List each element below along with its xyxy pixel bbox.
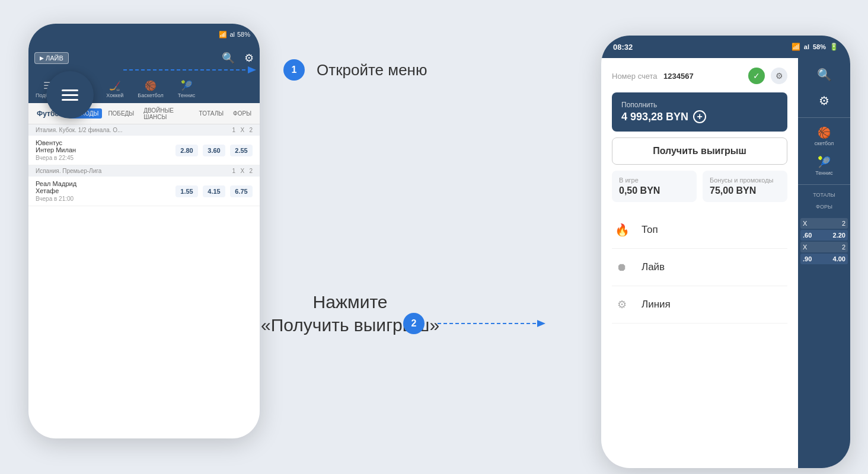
liniya-label: Линия: [642, 299, 671, 310]
right-odd-row1: X2: [800, 218, 848, 229]
right-tennis-icon: 🎾: [818, 156, 831, 169]
right-odds-panel: X2 .602.20 X2 .904.00: [798, 218, 850, 264]
filter-double-chance[interactable]: ДВОЙНЫЕ ШАНСЫ: [140, 105, 193, 122]
odd-1-juventus[interactable]: 2.80: [175, 145, 198, 156]
step2-area: 2: [403, 313, 550, 334]
filter-victories[interactable]: ПОБЕДЫ: [104, 108, 138, 118]
phone2-right-nav: 🔍 ⚙ 🏀 скетбол 🎾 Теннис ТОТАЛЫ ФОРЫ X2: [798, 58, 850, 468]
team2-getafe: Хетафе: [36, 187, 175, 194]
phone1-status-bar: 📶 al 58%: [28, 24, 260, 45]
odd-x-juventus[interactable]: 3.60: [203, 145, 225, 156]
right-tennis-tab[interactable]: 🎾 Теннис: [815, 152, 832, 180]
filter-handicaps[interactable]: ФОРЫ: [229, 108, 255, 118]
in-game-label: В игре: [619, 177, 690, 184]
tab-tennis[interactable]: 🎾 Теннис: [171, 78, 202, 101]
step2-badge: 2: [403, 313, 425, 334]
hamburger-icon: [62, 89, 78, 101]
tab-basketball[interactable]: 🏀 Баскетбол: [130, 78, 171, 101]
live-label: ЛАЙВ: [46, 55, 63, 62]
right-odd-row3: X2: [800, 242, 848, 252]
liniya-icon: ⚙: [612, 294, 632, 315]
step1-badge: 1: [283, 59, 305, 81]
live-circle-icon: ⏺: [612, 257, 632, 277]
bonuses-label: Бонусы и промокоды: [710, 177, 780, 184]
team1-juventus: Ювентус: [36, 139, 175, 146]
right-basketball-label: скетбол: [815, 140, 834, 146]
phone2-device: 08:32 📶 al 58% 🔋 Номер счета 1234567: [601, 36, 850, 468]
odd-2-realmadrid[interactable]: 6.75: [230, 185, 253, 197]
italy-cols: 1 X 2: [232, 127, 253, 133]
tab-hockey[interactable]: 🏒 Хоккей: [99, 78, 130, 101]
match-teams-juventus: Ювентус Интер Милан Вчера в 22:45: [36, 139, 175, 161]
hockey-label: Хоккей: [106, 92, 123, 98]
balance-row: В игре 0,50 BYN Бонусы и промокоды 75,00…: [612, 171, 787, 202]
fire-icon: 🔥: [612, 220, 632, 240]
step1-label: Откройте меню: [317, 61, 427, 79]
right-search-icon[interactable]: 🔍: [817, 63, 832, 87]
phone2-status-bar: 08:32 📶 al 58% 🔋: [601, 36, 850, 58]
menu-item-liniya[interactable]: ⚙ Линия: [612, 286, 787, 324]
right-basketball-icon: 🏀: [818, 126, 831, 139]
odd-1-realmadrid[interactable]: 1.55: [175, 185, 198, 197]
phone2-battery-text: 58%: [813, 43, 826, 50]
spain-league-label: Испания. Премьер-Лига: [36, 168, 101, 174]
phone2-wifi-icon: 📶: [792, 43, 800, 51]
right-basketball-tab[interactable]: 🏀 скетбол: [815, 123, 834, 150]
right-odd-row4: .904.00: [800, 254, 848, 264]
menu-item-live[interactable]: ⏺ Лайв: [612, 249, 787, 286]
hockey-icon: 🏒: [109, 80, 121, 91]
phone2-time: 08:32: [613, 43, 792, 52]
step1-area: 1 Откройте меню: [117, 59, 427, 81]
right-odd-row2: .602.20: [800, 230, 848, 241]
basketball-icon: 🏀: [145, 80, 157, 91]
match-realmadrid-row[interactable]: Реал Мадрид Хетафе Вчера в 21:00 1.55 4.…: [28, 177, 260, 206]
get-win-button[interactable]: Получить выигрыш: [612, 137, 787, 165]
match-teams-realmadrid: Реал Мадрид Хетафе Вчера в 21:00: [36, 180, 175, 202]
account-info: Номер счета 1234567: [612, 71, 694, 81]
svg-marker-3: [537, 320, 545, 327]
basketball-label: Баскетбол: [138, 92, 164, 98]
replenish-amount: 4 993,28 BYN +: [621, 110, 778, 123]
battery-text: 58%: [237, 31, 250, 38]
odd-2-juventus[interactable]: 2.55: [230, 145, 253, 156]
match-odds-realmadrid: 1.55 4.15 6.75: [175, 185, 253, 197]
play-icon: ▶: [40, 55, 44, 61]
bonuses-amount: 75,00 BYN: [710, 185, 780, 196]
top-label: Топ: [642, 224, 658, 236]
balance-in-game: В игре 0,50 BYN: [612, 171, 697, 202]
right-filter-icon[interactable]: ⚙: [819, 89, 829, 113]
italy-cup-label: Италия. Кубок. 1/2 финала. О...: [36, 127, 122, 133]
filter-totals[interactable]: ТОТАЛЫ: [196, 108, 228, 118]
signal-icon: al: [229, 31, 235, 38]
live-menu-label: Лайв: [642, 261, 665, 273]
phone2-menu-content: Номер счета 1234567 ✓ ⚙ Пополнить 4 993,…: [601, 58, 798, 468]
right-totals-label: ТОТАЛЫ: [813, 190, 835, 200]
phone2-screen: 08:32 📶 al 58% 🔋 Номер счета 1234567: [601, 36, 850, 468]
right-tennis-label: Теннис: [815, 170, 832, 176]
in-game-amount: 0,50 BYN: [619, 185, 690, 196]
step2-arrow-svg: [432, 315, 550, 332]
step1-arrow-svg: [117, 61, 283, 79]
match-juventus-row[interactable]: Ювентус Интер Милан Вчера в 22:45 2.80 3…: [28, 136, 260, 165]
settings-gear-icon[interactable]: ⚙: [771, 68, 787, 84]
match-odds-juventus: 2.80 3.60 2.55: [175, 145, 253, 156]
verified-check-icon[interactable]: ✓: [748, 68, 765, 84]
menu-item-top[interactable]: 🔥 Топ: [612, 212, 787, 249]
tennis-icon: 🎾: [181, 80, 193, 91]
wifi-icon: 📶: [219, 31, 227, 39]
phone2-signal-icon: al: [804, 43, 809, 50]
team1-realmadrid: Реал Мадрид: [36, 180, 175, 187]
replenish-plus-icon: +: [693, 110, 706, 123]
phone2-battery-icon: 🔋: [829, 43, 838, 51]
account-label: Номер счета: [612, 72, 658, 81]
match-section-italy: Италия. Кубок. 1/2 финала. О... 1 X 2: [28, 124, 260, 136]
live-button[interactable]: ▶ ЛАЙВ: [34, 52, 69, 64]
step2-line1: Нажмите: [261, 290, 439, 313]
balance-bonuses: Бонусы и промокоды 75,00 BYN: [703, 171, 787, 202]
odd-x-realmadrid[interactable]: 4.15: [203, 185, 225, 197]
account-action-icons: ✓ ⚙: [748, 68, 787, 84]
replenish-button[interactable]: Пополнить 4 993,28 BYN +: [612, 92, 787, 132]
spain-cols: 1 X 2: [232, 168, 253, 174]
menu-circle-button[interactable]: [46, 71, 94, 118]
match-time-realmadrid: Вчера в 21:00: [36, 196, 175, 202]
